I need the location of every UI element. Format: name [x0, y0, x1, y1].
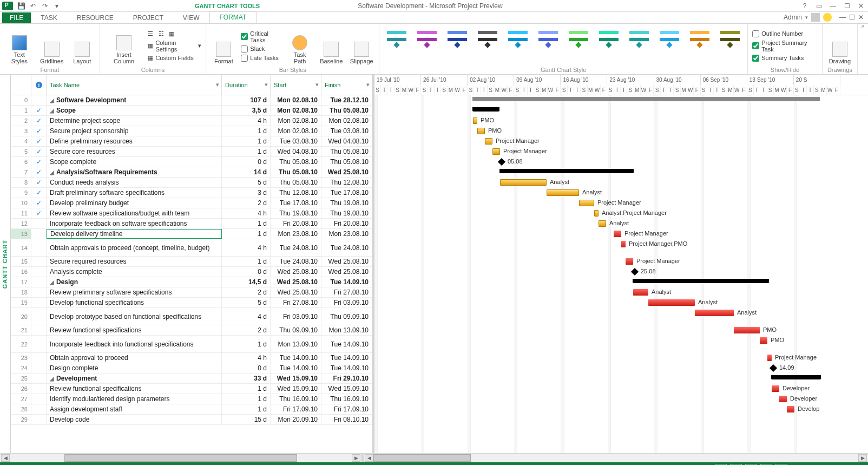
task-finish-cell[interactable]: Fri 27.08.10 [321, 287, 372, 297]
row-header[interactable]: 14 [11, 239, 31, 256]
task-row[interactable]: 16 Analysis complete 0 d Wed 25.08.10 We… [11, 267, 372, 277]
row-header[interactable]: 23 [11, 353, 31, 363]
task-name-column-header[interactable]: Task Name▾ [47, 75, 222, 95]
gantt-bar[interactable] [787, 406, 794, 412]
task-info-cell[interactable]: ✓ [31, 136, 47, 146]
task-name-cell[interactable]: Incorporate feedback on software specifi… [47, 219, 222, 228]
task-start-cell[interactable]: Wed 15.09.10 [271, 374, 321, 383]
task-info-cell[interactable]: ✓ [31, 106, 47, 115]
task-duration-cell[interactable]: 15 d [222, 415, 271, 424]
gantt-bar[interactable] [477, 128, 485, 134]
row-header[interactable]: 11 [11, 208, 31, 218]
task-name-cell[interactable]: ◢Design [47, 277, 222, 287]
task-name-cell[interactable]: Develop preliminary budget [47, 198, 222, 208]
gantt-bar[interactable] [594, 210, 599, 217]
task-name-cell[interactable]: Incorporate feedback into functional spe… [47, 336, 222, 352]
task-duration-cell[interactable]: 2 d [222, 198, 271, 208]
task-finish-cell[interactable]: Thu 16.09.10 [321, 394, 372, 404]
collapse-ribbon-button[interactable]: ^ [858, 24, 868, 74]
style-swatch-10[interactable] [687, 28, 713, 50]
grid-scroll-thumb[interactable] [64, 454, 297, 462]
task-info-cell[interactable] [31, 287, 47, 297]
gantt-bar[interactable] [633, 279, 768, 283]
close-button[interactable]: ✕ [854, 2, 868, 10]
task-name-cell[interactable]: Develop delivery timeline [47, 229, 222, 239]
task-start-cell[interactable]: Mon 02.08.10 [271, 95, 321, 105]
outline-number-checkbox[interactable]: Outline Number [752, 30, 817, 38]
project-summary-checkbox[interactable]: Project Summary Task [752, 39, 817, 53]
task-finish-cell[interactable]: Thu 19.08.10 [321, 198, 372, 208]
row-header[interactable]: 3 [11, 126, 31, 136]
task-info-cell[interactable]: ✓ [31, 126, 47, 136]
task-duration-cell[interactable]: 5 d [222, 298, 271, 307]
gantt-bar[interactable] [779, 396, 787, 402]
task-start-cell[interactable]: Mon 23.08.10 [271, 229, 321, 239]
qat-undo[interactable]: ↶ [27, 1, 39, 11]
baseline-button[interactable]: Baseline [318, 26, 344, 66]
row-header[interactable]: 8 [11, 178, 31, 187]
task-duration-cell[interactable]: 14 d [222, 167, 271, 177]
gantt-bar[interactable] [500, 169, 633, 173]
task-info-cell[interactable] [31, 229, 47, 239]
timescale-header[interactable]: 19 Jul '1026 Jul '1002 Aug '1009 Aug '10… [374, 75, 868, 95]
task-finish-cell[interactable]: Fri 20.08.10 [321, 219, 372, 228]
task-row[interactable]: 26 Review functional specifications 1 d … [11, 384, 372, 394]
task-info-cell[interactable] [31, 336, 47, 352]
task-start-cell[interactable]: Thu 05.08.10 [271, 157, 321, 167]
task-row[interactable]: 23 Obtain approval to proceed 4 h Tue 14… [11, 353, 372, 363]
gantt-bar[interactable] [621, 241, 626, 247]
task-start-cell[interactable]: Thu 09.09.10 [271, 325, 321, 335]
task-name-cell[interactable]: Scope complete [47, 157, 222, 167]
task-name-cell[interactable]: Develop prototype based on functional sp… [47, 308, 222, 325]
task-info-cell[interactable]: ✓ [31, 167, 47, 177]
view-sidebar[interactable]: GANTT CHART [0, 75, 11, 453]
task-duration-cell[interactable]: 4 h [222, 116, 271, 126]
style-swatch-2[interactable] [444, 28, 470, 50]
row-header[interactable]: 1 [11, 106, 31, 115]
task-info-cell[interactable] [31, 308, 47, 325]
gantt-bar[interactable] [579, 200, 594, 206]
task-finish-cell[interactable]: Mon 02.08.10 [321, 116, 372, 126]
task-name-cell[interactable]: Determine project scope [47, 116, 222, 126]
task-info-cell[interactable] [31, 374, 47, 383]
task-info-cell[interactable]: ✓ [31, 198, 47, 208]
task-row[interactable]: 27 Identify modular/tiered design parame… [11, 394, 372, 404]
task-finish-cell[interactable]: Tue 17.08.10 [321, 188, 372, 198]
task-info-cell[interactable]: ✓ [31, 188, 47, 198]
chart-scroll-thumb[interactable] [373, 454, 471, 462]
task-duration-cell[interactable]: 1 d [222, 257, 271, 266]
qat-redo[interactable]: ↷ [39, 1, 51, 11]
gantt-bar[interactable] [772, 385, 779, 392]
chart-scroll-left[interactable]: ◀ [365, 454, 373, 462]
task-info-cell[interactable]: ✓ [31, 116, 47, 126]
row-header[interactable]: 17 [11, 277, 31, 287]
task-finish-cell[interactable]: Wed 25.08.10 [321, 267, 372, 277]
style-swatch-6[interactable] [565, 28, 591, 50]
task-grid[interactable]: i Task Name▾ Duration▾ Start▾ Finish▾ 0 … [11, 75, 374, 453]
critical-tasks-checkbox[interactable]: Critical Tasks [241, 30, 281, 44]
gantt-bar[interactable] [485, 138, 492, 145]
row-header[interactable]: 16 [11, 267, 31, 277]
row-header[interactable]: 4 [11, 136, 31, 146]
style-swatch-0[interactable] [384, 28, 410, 50]
task-duration-cell[interactable]: 3 d [222, 188, 271, 198]
task-info-cell[interactable] [31, 298, 47, 307]
task-finish-cell[interactable]: Wed 25.08.10 [321, 167, 372, 177]
task-path-button[interactable]: Task Path [286, 26, 314, 66]
gantt-bar[interactable] [695, 310, 734, 316]
task-start-cell[interactable]: Fri 03.09.10 [271, 308, 321, 325]
gantt-bar[interactable] [492, 148, 500, 155]
task-finish-cell[interactable]: Fri 08.10.10 [321, 415, 372, 424]
row-header[interactable]: 10 [11, 198, 31, 208]
task-start-cell[interactable]: Tue 24.08.10 [271, 239, 321, 256]
task-row[interactable]: 18 Review preliminary software specifica… [11, 287, 372, 298]
task-finish-cell[interactable]: Tue 24.08.10 [321, 239, 372, 256]
row-header[interactable]: 0 [11, 95, 31, 105]
slack-checkbox[interactable]: Slack [241, 45, 281, 53]
task-finish-cell[interactable]: Fri 03.09.10 [321, 298, 372, 307]
task-start-cell[interactable]: Fri 20.08.10 [271, 219, 321, 228]
task-info-cell[interactable]: ✓ [31, 157, 47, 167]
task-duration-cell[interactable]: 2 d [222, 287, 271, 297]
task-start-cell[interactable]: Thu 12.08.10 [271, 188, 321, 198]
ribbon-options[interactable]: ▭ [812, 2, 826, 10]
